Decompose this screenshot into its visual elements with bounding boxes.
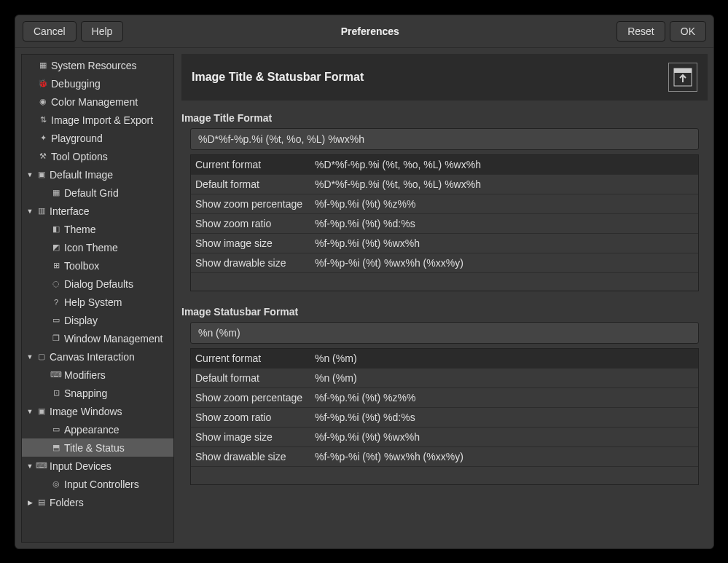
format-row[interactable]: Show drawable size%f-%p-%i (%t) %wx%h (%… (191, 447, 698, 467)
format-name: Default format (195, 178, 315, 190)
tree-item-label: Window Management (64, 333, 163, 345)
format-name: Show zoom ratio (195, 218, 315, 229)
format-name: Current format (195, 353, 315, 364)
format-value: %f-%p.%i (%t) %d:%s (315, 218, 694, 229)
title-format-section-label: Image Title Format (181, 112, 708, 124)
tree-item[interactable]: ◎Input Controllers (22, 475, 173, 493)
format-name: Show zoom percentage (195, 392, 315, 403)
tree-item-label: Folders (50, 497, 84, 508)
tree-item-label: Modifiers (64, 369, 106, 381)
tree-item[interactable]: 🐞Debugging (22, 74, 173, 92)
appearance-icon: ▭ (50, 424, 63, 436)
canvas-icon: ▢ (35, 351, 48, 363)
modifiers-icon: ⌨ (50, 369, 63, 381)
tree-item[interactable]: ▭Display (22, 311, 173, 329)
tree-item[interactable]: ▼⌨Input Devices (22, 457, 173, 475)
cancel-button[interactable]: Cancel (23, 21, 77, 42)
tree-item[interactable]: ◌Dialog Defaults (22, 275, 173, 293)
import-export-icon: ⇅ (36, 114, 50, 126)
tree-item-label: Snapping (64, 387, 107, 399)
tree-item[interactable]: ⊞Toolbox (22, 256, 173, 275)
format-row[interactable]: Show image size%f-%p.%i (%t) %wx%h (191, 428, 698, 447)
interface-icon: ▥ (35, 205, 48, 217)
tree-item[interactable]: ⊡Snapping (22, 384, 173, 402)
tree-item[interactable]: ◉Color Management (22, 92, 173, 111)
format-row[interactable]: Show drawable size%f-%p-%i (%t) %wx%h (%… (191, 253, 698, 273)
expand-arrow-icon[interactable]: ▼ (25, 353, 35, 361)
help-icon: ? (50, 296, 63, 308)
tree-item-label: Interface (50, 205, 89, 217)
input-devices-icon: ⌨ (35, 460, 48, 472)
grid-icon: ▦ (50, 187, 63, 199)
tree-item[interactable]: ?Help System (22, 293, 173, 311)
format-row[interactable]: Current format%D*%f-%p.%i (%t, %o, %L) %… (191, 155, 698, 175)
format-row[interactable]: Show zoom ratio%f-%p.%i (%t) %d:%s (191, 214, 698, 234)
tree-item[interactable]: ❐Window Management (22, 329, 173, 347)
help-button[interactable]: Help (81, 21, 124, 42)
color-icon: ◉ (36, 96, 50, 108)
statusbar-format-list[interactable]: Current format%n (%m)Default format%n (%… (190, 348, 699, 485)
tree-item[interactable]: ▼▥Interface (22, 202, 173, 220)
tree-item[interactable]: ✦Playground (22, 129, 173, 147)
dialog-icon: ◌ (50, 278, 63, 290)
tree-item[interactable]: ⬒Title & Status (22, 438, 173, 457)
tree-item[interactable]: ▼▣Default Image (22, 165, 173, 184)
tree-item[interactable]: ▼▢Canvas Interaction (22, 347, 173, 366)
format-value: %f-%p-%i (%t) %wx%h (%xx%y) (315, 257, 694, 269)
tree-item[interactable]: ▭Appearance (22, 420, 173, 438)
tree-item[interactable]: ⌨Modifiers (22, 366, 173, 384)
category-tree[interactable]: ▦System Resources🐞Debugging◉Color Manage… (21, 54, 174, 543)
display-icon: ▭ (50, 315, 63, 326)
format-row[interactable]: Show zoom ratio%f-%p.%i (%t) %d:%s (191, 408, 698, 428)
image-windows-icon: ▣ (35, 406, 48, 417)
tree-item-label: Display (64, 315, 98, 326)
tree-item-label: Toolbox (64, 260, 99, 272)
tree-item[interactable]: ▦System Resources (22, 56, 173, 74)
window-mgmt-icon: ❐ (50, 333, 63, 345)
tree-item[interactable]: ◧Theme (22, 220, 173, 238)
tree-item[interactable]: ⇅Image Import & Export (22, 111, 173, 129)
format-row[interactable]: Show image size%f-%p.%i (%t) %wx%h (191, 234, 698, 253)
format-row[interactable]: Default format%D*%f-%p.%i (%t, %o, %L) %… (191, 175, 698, 194)
tree-item-label: Input Controllers (64, 479, 139, 490)
tree-item-label: Color Management (51, 96, 138, 108)
title-status-page-icon (668, 63, 697, 92)
tree-item[interactable]: ▶▤Folders (22, 493, 173, 511)
expand-arrow-icon[interactable]: ▼ (25, 171, 35, 178)
statusbar-format-input[interactable] (190, 322, 699, 344)
expand-arrow-icon[interactable]: ▼ (25, 408, 35, 415)
title-format-list[interactable]: Current format%D*%f-%p.%i (%t, %o, %L) %… (190, 154, 699, 291)
format-name: Show image size (195, 237, 315, 249)
page-title: Image Title & Statusbar Format (192, 71, 668, 84)
format-name: Show drawable size (195, 257, 315, 269)
expand-arrow-icon[interactable]: ▶ (25, 499, 35, 506)
format-value: %f-%p.%i (%t) %z%% (315, 392, 694, 403)
playground-icon: ✦ (36, 133, 50, 144)
format-row[interactable]: Show zoom percentage%f-%p.%i (%t) %z%% (191, 194, 698, 214)
format-name: Default format (195, 372, 315, 384)
preferences-dialog: Cancel Help Preferences Reset OK ▦System… (15, 15, 714, 549)
theme-icon: ◧ (50, 224, 63, 235)
tree-item-label: Icon Theme (64, 242, 118, 253)
tree-item[interactable]: ⚒Tool Options (22, 147, 173, 165)
format-row[interactable]: Show zoom percentage%f-%p.%i (%t) %z%% (191, 388, 698, 408)
tree-item-label: Title & Status (64, 442, 125, 454)
tree-item[interactable]: ▼▣Image Windows (22, 402, 173, 420)
expand-arrow-icon[interactable]: ▼ (25, 208, 35, 215)
tree-item[interactable]: ▦Default Grid (22, 184, 173, 202)
dialog-header: Cancel Help Preferences Reset OK (15, 15, 713, 48)
bug-icon: 🐞 (36, 78, 50, 90)
format-row[interactable]: Current format%n (%m) (191, 349, 698, 369)
expand-arrow-icon[interactable]: ▼ (25, 462, 35, 470)
format-row[interactable]: Default format%n (%m) (191, 369, 698, 388)
format-value: %D*%f-%p.%i (%t, %o, %L) %wx%h (315, 178, 694, 190)
format-value: %n (%m) (315, 372, 694, 384)
controllers-icon: ◎ (50, 479, 63, 490)
tree-item[interactable]: ◩Icon Theme (22, 238, 173, 256)
format-name: Show zoom percentage (195, 198, 315, 210)
title-format-input[interactable] (190, 128, 699, 150)
image-icon: ▣ (35, 169, 48, 181)
reset-button[interactable]: Reset (617, 21, 665, 42)
ok-button[interactable]: OK (670, 21, 706, 42)
content-pane: Image Title & Statusbar Format Image Tit… (181, 54, 708, 543)
